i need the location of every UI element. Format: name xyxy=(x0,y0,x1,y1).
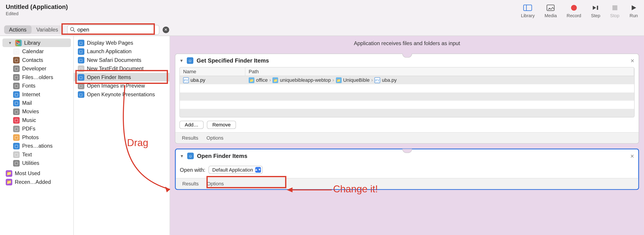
python-file-icon: PY xyxy=(183,77,189,83)
sidebar-item-movies[interactable]: ▢Movies xyxy=(0,107,73,116)
action-open-keynote-presentations[interactable]: ▢Open Keynote Presentations xyxy=(74,90,170,98)
open-finder-items-card[interactable]: ▼ ☺ Open Finder Items ✕ Open with: Defau… xyxy=(175,149,639,190)
action-display-web-pages[interactable]: ▢Display Web Pages xyxy=(74,38,170,47)
close-icon[interactable]: ✕ xyxy=(630,154,634,159)
results-tab[interactable]: Results xyxy=(182,135,198,141)
open-with-dropdown[interactable]: Default Application ▲▼ xyxy=(209,166,262,174)
workflow-canvas[interactable]: Application receives files and folders a… xyxy=(170,36,644,235)
recently-added-row[interactable]: 📁 Recen…Added xyxy=(0,178,73,186)
svg-rect-5 xyxy=(597,6,598,10)
sidebar-item-photos[interactable]: ▢Photos xyxy=(0,133,73,141)
folder-icon: 📁 xyxy=(6,170,12,177)
action-launch-application[interactable]: ▢Launch Application xyxy=(74,47,170,56)
toolbar-row: Actions Variables ✕ xyxy=(0,24,644,36)
library-icon: 📚 xyxy=(15,39,22,46)
library-toolbar-button[interactable]: Library xyxy=(521,4,535,18)
window-title: Untitled (Application) xyxy=(6,3,68,10)
canvas-input-header: Application receives files and folders a… xyxy=(170,36,644,54)
get-specified-finder-items-card[interactable]: ▼ ☺ Get Specified Finder Items ✕ Name Pa… xyxy=(175,54,639,144)
variables-segment[interactable]: Variables xyxy=(31,25,63,34)
stop-icon xyxy=(610,4,619,11)
actions-variables-segment[interactable]: Actions Variables xyxy=(4,25,63,34)
action-open-finder-items[interactable]: ▢Open Finder Items xyxy=(74,73,170,81)
table-row xyxy=(180,109,634,117)
chevron-right-icon: › xyxy=(332,77,334,83)
sidebar-item-internet[interactable]: ▢Internet xyxy=(0,90,73,98)
close-icon[interactable]: ✕ xyxy=(630,58,634,64)
chevron-right-icon: › xyxy=(371,77,373,83)
search-input[interactable] xyxy=(67,25,159,35)
folder-icon: 📁 xyxy=(249,77,254,83)
sidebar-item-pdfs[interactable]: ▢PDFs xyxy=(0,124,73,133)
name-column-header[interactable]: Name xyxy=(180,67,245,76)
action-new-textedit-document[interactable]: ▢New TextEdit Document xyxy=(74,64,170,73)
chevron-down-icon: ▼ xyxy=(8,41,12,45)
media-toolbar-button[interactable]: Media xyxy=(544,4,557,18)
library-sidebar: ▼ 📚 Library ▢Calendar▢Contacts▢Developer… xyxy=(0,36,74,235)
options-tab[interactable]: Options xyxy=(206,135,224,141)
actions-segment[interactable]: Actions xyxy=(4,25,31,34)
calendar-icon: ▢ xyxy=(13,48,20,54)
disclosure-icon[interactable]: ▼ xyxy=(180,154,184,158)
table-row xyxy=(180,84,634,92)
sidebar-item-text[interactable]: ▢Text xyxy=(0,150,73,159)
record-icon xyxy=(569,4,578,11)
finder-items-table: Name Path PY uba.py 📁office › xyxy=(179,67,634,117)
sidebar-item-mail[interactable]: ▢Mail xyxy=(0,99,73,107)
action-new-safari-documents[interactable]: ▢New Safari Documents xyxy=(74,56,170,64)
action-icon: ▢ xyxy=(78,74,84,80)
sidebar-item-developer[interactable]: ▢Developer xyxy=(0,64,73,73)
photos-icon: ▢ xyxy=(13,134,20,141)
stop-toolbar-button[interactable]: Stop xyxy=(610,4,620,18)
developer-icon: ▢ xyxy=(13,65,20,72)
folder-icon: 📁 xyxy=(6,179,12,185)
remove-button[interactable]: Remove xyxy=(207,121,236,129)
action-open-images-in-preview[interactable]: ▢Open Images in Preview xyxy=(74,81,170,90)
media-icon xyxy=(546,4,555,11)
updown-icon: ▲▼ xyxy=(255,167,261,173)
mail-icon: ▢ xyxy=(13,100,20,106)
svg-point-7 xyxy=(70,27,74,31)
options-tab[interactable]: Options xyxy=(207,181,224,187)
sidebar-item-contacts[interactable]: ▢Contacts xyxy=(0,56,73,64)
library-root[interactable]: ▼ 📚 Library xyxy=(2,38,71,47)
most-used-row[interactable]: 📁 Most Used xyxy=(0,169,73,178)
files-icon: ▢ xyxy=(13,74,20,80)
music-icon: ▢ xyxy=(13,117,20,123)
sidebar-item-music[interactable]: ▢Music xyxy=(0,116,73,124)
clear-search-button[interactable]: ✕ xyxy=(162,26,169,33)
actions-list: ▢Display Web Pages▢Launch Application▢Ne… xyxy=(74,36,170,235)
svg-rect-0 xyxy=(524,5,532,11)
action-icon: ▢ xyxy=(78,57,84,63)
run-toolbar-button[interactable]: Run xyxy=(629,4,638,18)
sidebar-item-fonts[interactable]: ▢Fonts xyxy=(0,81,73,90)
table-row[interactable]: PY uba.py 📁office › 📁uniquebibleapp-webt… xyxy=(180,76,634,84)
folder-icon: 📁 xyxy=(336,77,342,83)
presentations-icon: ▢ xyxy=(13,143,20,149)
results-tab[interactable]: Results xyxy=(182,181,198,187)
svg-point-4 xyxy=(571,5,577,11)
sidebar-icon xyxy=(523,4,532,11)
action-icon: ▢ xyxy=(78,65,84,72)
svg-rect-6 xyxy=(612,5,617,10)
text-icon: ▢ xyxy=(13,151,20,158)
sidebar-item-utilities[interactable]: ▢Utilities xyxy=(0,159,73,167)
chevron-right-icon: › xyxy=(269,77,271,83)
open-with-label: Open with: xyxy=(180,167,205,173)
step-toolbar-button[interactable]: Step xyxy=(591,4,600,18)
sidebar-item-calendar[interactable]: ▢Calendar xyxy=(0,47,73,56)
add-button[interactable]: Add… xyxy=(179,121,204,129)
contacts-icon: ▢ xyxy=(13,57,20,63)
pdfs-icon: ▢ xyxy=(13,126,20,132)
sidebar-item-filesolders[interactable]: ▢Files…olders xyxy=(0,73,73,81)
disclosure-icon[interactable]: ▼ xyxy=(179,58,183,63)
action-icon: ▢ xyxy=(78,48,84,54)
run-icon xyxy=(629,4,638,11)
path-column-header[interactable]: Path xyxy=(245,67,634,76)
finder-icon: ☺ xyxy=(187,57,193,64)
action-icon: ▢ xyxy=(78,82,84,89)
record-toolbar-button[interactable]: Record xyxy=(567,4,581,18)
sidebar-item-presations[interactable]: ▢Pres…ations xyxy=(0,142,73,150)
python-file-icon: PY xyxy=(374,77,380,83)
table-row xyxy=(180,101,634,109)
